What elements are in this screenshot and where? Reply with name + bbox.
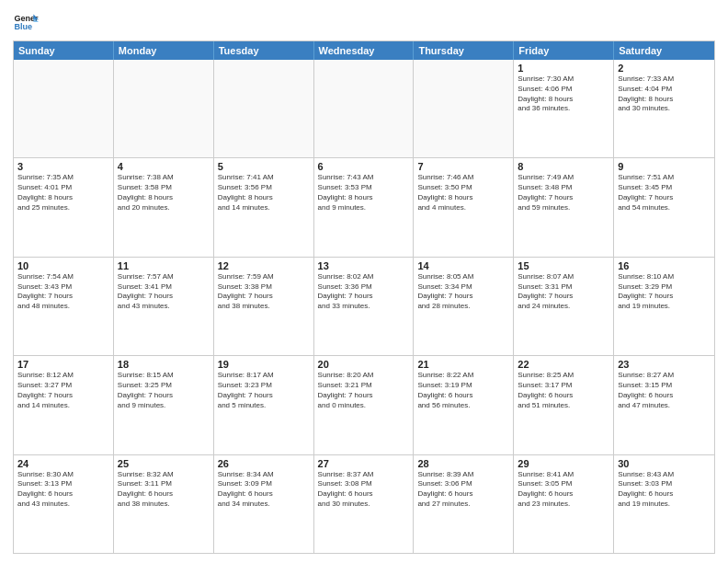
calendar-cell-15: 15Sunrise: 8:07 AM Sunset: 3:31 PM Dayli…: [514, 258, 614, 355]
calendar-cell-21: 21Sunrise: 8:22 AM Sunset: 3:19 PM Dayli…: [414, 356, 514, 454]
calendar-row-1: 3Sunrise: 7:35 AM Sunset: 4:01 PM Daylig…: [14, 157, 714, 256]
day-number: 22: [518, 359, 609, 370]
day-header-monday: Monday: [114, 41, 214, 60]
day-number: 26: [218, 458, 310, 469]
day-number: 29: [518, 458, 609, 469]
calendar-row-0: 1Sunrise: 7:30 AM Sunset: 4:06 PM Daylig…: [14, 60, 714, 157]
day-number: 12: [218, 260, 310, 271]
calendar-row-3: 17Sunrise: 8:12 AM Sunset: 3:27 PM Dayli…: [14, 355, 714, 454]
day-number: 24: [17, 458, 109, 469]
day-number: 19: [218, 359, 310, 370]
cell-info: Sunrise: 8:22 AM Sunset: 3:19 PM Dayligh…: [417, 371, 509, 410]
calendar-cell-empty-r0c2: [214, 60, 314, 157]
cell-info: Sunrise: 8:34 AM Sunset: 3:09 PM Dayligh…: [218, 470, 310, 510]
calendar-cell-20: 20Sunrise: 8:20 AM Sunset: 3:21 PM Dayli…: [314, 356, 415, 454]
cell-info: Sunrise: 8:17 AM Sunset: 3:23 PM Dayligh…: [218, 371, 310, 410]
day-number: 2: [618, 63, 711, 74]
cell-info: Sunrise: 8:12 AM Sunset: 3:27 PM Dayligh…: [17, 371, 109, 410]
calendar-cell-2: 2Sunrise: 7:33 AM Sunset: 4:04 PM Daylig…: [614, 60, 714, 157]
svg-text:Blue: Blue: [14, 22, 32, 31]
cell-info: Sunrise: 7:51 AM Sunset: 3:45 PM Dayligh…: [618, 173, 711, 213]
day-number: 9: [618, 161, 711, 172]
calendar-cell-24: 24Sunrise: 8:30 AM Sunset: 3:13 PM Dayli…: [14, 455, 114, 553]
day-number: 17: [17, 359, 109, 370]
calendar-cell-5: 5Sunrise: 7:41 AM Sunset: 3:56 PM Daylig…: [214, 158, 314, 256]
header: General Blue: [13, 9, 715, 35]
cell-info: Sunrise: 7:30 AM Sunset: 4:06 PM Dayligh…: [518, 75, 609, 114]
calendar-row-4: 24Sunrise: 8:30 AM Sunset: 3:13 PM Dayli…: [14, 454, 714, 553]
cell-info: Sunrise: 8:10 AM Sunset: 3:29 PM Dayligh…: [618, 272, 711, 312]
calendar-cell-16: 16Sunrise: 8:10 AM Sunset: 3:29 PM Dayli…: [614, 258, 714, 355]
cell-info: Sunrise: 8:07 AM Sunset: 3:31 PM Dayligh…: [518, 272, 609, 312]
day-number: 28: [417, 458, 509, 469]
calendar-cell-11: 11Sunrise: 7:57 AM Sunset: 3:41 PM Dayli…: [114, 258, 214, 355]
cell-info: Sunrise: 8:25 AM Sunset: 3:17 PM Dayligh…: [518, 371, 609, 410]
day-number: 10: [17, 260, 109, 271]
calendar-cell-10: 10Sunrise: 7:54 AM Sunset: 3:43 PM Dayli…: [14, 258, 114, 355]
calendar-body: 1Sunrise: 7:30 AM Sunset: 4:06 PM Daylig…: [14, 60, 714, 553]
cell-info: Sunrise: 8:39 AM Sunset: 3:06 PM Dayligh…: [417, 470, 509, 510]
calendar-cell-29: 29Sunrise: 8:41 AM Sunset: 3:05 PM Dayli…: [514, 455, 614, 553]
cell-info: Sunrise: 8:32 AM Sunset: 3:11 PM Dayligh…: [118, 470, 210, 510]
day-header-tuesday: Tuesday: [214, 41, 314, 60]
calendar-cell-4: 4Sunrise: 7:38 AM Sunset: 3:58 PM Daylig…: [114, 158, 214, 256]
calendar-cell-9: 9Sunrise: 7:51 AM Sunset: 3:45 PM Daylig…: [614, 158, 714, 256]
day-number: 27: [318, 458, 410, 469]
cell-info: Sunrise: 8:27 AM Sunset: 3:15 PM Dayligh…: [618, 371, 711, 410]
cell-info: Sunrise: 8:30 AM Sunset: 3:13 PM Dayligh…: [17, 470, 109, 510]
cell-info: Sunrise: 7:59 AM Sunset: 3:38 PM Dayligh…: [218, 272, 310, 312]
cell-info: Sunrise: 7:46 AM Sunset: 3:50 PM Dayligh…: [417, 173, 509, 213]
calendar-cell-27: 27Sunrise: 8:37 AM Sunset: 3:08 PM Dayli…: [314, 455, 415, 553]
cell-info: Sunrise: 8:20 AM Sunset: 3:21 PM Dayligh…: [318, 371, 410, 410]
page: General Blue SundayMondayTuesdayWednesda…: [0, 0, 728, 563]
cell-info: Sunrise: 7:43 AM Sunset: 3:53 PM Dayligh…: [318, 173, 410, 213]
logo-icon: General Blue: [13, 9, 39, 35]
cell-info: Sunrise: 8:43 AM Sunset: 3:03 PM Dayligh…: [618, 470, 711, 510]
cell-info: Sunrise: 7:33 AM Sunset: 4:04 PM Dayligh…: [618, 75, 711, 114]
cell-info: Sunrise: 7:54 AM Sunset: 3:43 PM Dayligh…: [17, 272, 109, 312]
calendar-cell-14: 14Sunrise: 8:05 AM Sunset: 3:34 PM Dayli…: [414, 258, 514, 355]
calendar-cell-7: 7Sunrise: 7:46 AM Sunset: 3:50 PM Daylig…: [414, 158, 514, 256]
day-number: 8: [518, 161, 609, 172]
calendar-cell-23: 23Sunrise: 8:27 AM Sunset: 3:15 PM Dayli…: [614, 356, 714, 454]
day-header-sunday: Sunday: [14, 41, 114, 60]
cell-info: Sunrise: 7:57 AM Sunset: 3:41 PM Dayligh…: [118, 272, 210, 312]
cell-info: Sunrise: 8:41 AM Sunset: 3:05 PM Dayligh…: [518, 470, 609, 510]
day-number: 25: [118, 458, 210, 469]
calendar-cell-empty-r0c3: [314, 60, 415, 157]
day-number: 20: [318, 359, 410, 370]
calendar-cell-3: 3Sunrise: 7:35 AM Sunset: 4:01 PM Daylig…: [14, 158, 114, 256]
cell-info: Sunrise: 7:49 AM Sunset: 3:48 PM Dayligh…: [518, 173, 609, 213]
day-header-friday: Friday: [514, 41, 614, 60]
day-number: 13: [318, 260, 410, 271]
day-number: 15: [518, 260, 609, 271]
calendar-cell-13: 13Sunrise: 8:02 AM Sunset: 3:36 PM Dayli…: [314, 258, 415, 355]
calendar-cell-17: 17Sunrise: 8:12 AM Sunset: 3:27 PM Dayli…: [14, 356, 114, 454]
calendar-cell-18: 18Sunrise: 8:15 AM Sunset: 3:25 PM Dayli…: [114, 356, 214, 454]
calendar-cell-6: 6Sunrise: 7:43 AM Sunset: 3:53 PM Daylig…: [314, 158, 415, 256]
calendar-cell-22: 22Sunrise: 8:25 AM Sunset: 3:17 PM Dayli…: [514, 356, 614, 454]
calendar-cell-30: 30Sunrise: 8:43 AM Sunset: 3:03 PM Dayli…: [614, 455, 714, 553]
calendar-cell-8: 8Sunrise: 7:49 AM Sunset: 3:48 PM Daylig…: [514, 158, 614, 256]
day-header-wednesday: Wednesday: [314, 41, 415, 60]
day-number: 6: [318, 161, 410, 172]
cell-info: Sunrise: 8:15 AM Sunset: 3:25 PM Dayligh…: [118, 371, 210, 410]
day-number: 16: [618, 260, 711, 271]
logo: General Blue: [13, 9, 39, 35]
day-number: 21: [417, 359, 509, 370]
cell-info: Sunrise: 7:41 AM Sunset: 3:56 PM Dayligh…: [218, 173, 310, 213]
cell-info: Sunrise: 7:38 AM Sunset: 3:58 PM Dayligh…: [118, 173, 210, 213]
calendar: SundayMondayTuesdayWednesdayThursdayFrid…: [13, 40, 715, 554]
calendar-cell-12: 12Sunrise: 7:59 AM Sunset: 3:38 PM Dayli…: [214, 258, 314, 355]
calendar-cell-1: 1Sunrise: 7:30 AM Sunset: 4:06 PM Daylig…: [514, 60, 614, 157]
cell-info: Sunrise: 8:05 AM Sunset: 3:34 PM Dayligh…: [417, 272, 509, 312]
calendar-cell-19: 19Sunrise: 8:17 AM Sunset: 3:23 PM Dayli…: [214, 356, 314, 454]
day-number: 1: [518, 63, 609, 74]
cell-info: Sunrise: 8:37 AM Sunset: 3:08 PM Dayligh…: [318, 470, 410, 510]
calendar-cell-empty-r0c0: [14, 60, 114, 157]
day-number: 11: [118, 260, 210, 271]
day-number: 5: [218, 161, 310, 172]
day-number: 7: [417, 161, 509, 172]
cell-info: Sunrise: 7:35 AM Sunset: 4:01 PM Dayligh…: [17, 173, 109, 213]
day-number: 14: [417, 260, 509, 271]
